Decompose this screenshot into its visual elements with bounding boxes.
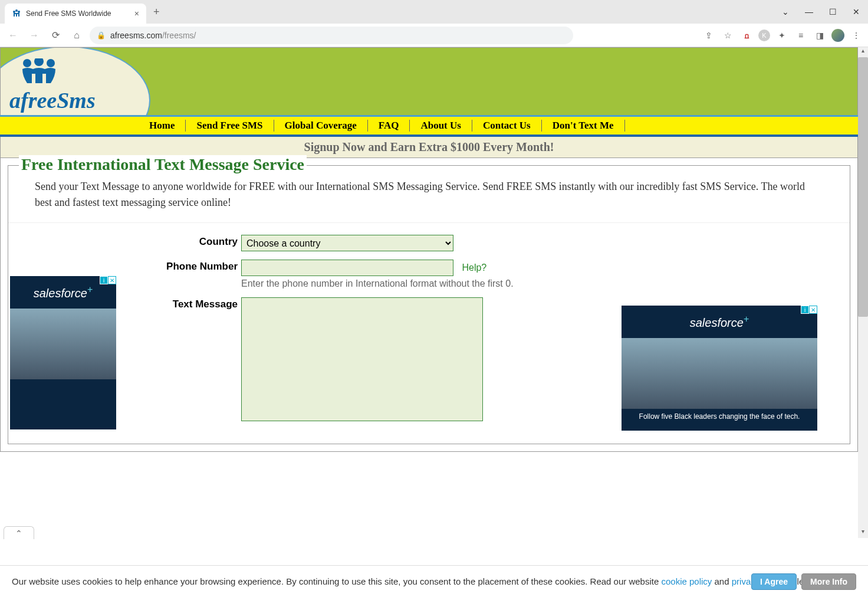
nav-dont-text-me[interactable]: Don't Text Me: [542, 120, 625, 132]
ad-right[interactable]: i ✕ salesforce+ Follow five Black leader…: [622, 306, 817, 431]
extension-icons: ⇪ ☆ ⩍ K ✦ ≡ ◨ ⋮: [702, 28, 863, 42]
tab-favicon-icon: [12, 9, 21, 18]
browser-tab[interactable]: Send Free SMS Worldwide ×: [5, 4, 146, 24]
ad-left-image: [10, 309, 116, 379]
reading-list-icon[interactable]: ≡: [794, 28, 808, 42]
svg-point-1: [15, 9, 18, 12]
sms-form: Country Choose a country Phone Number He…: [8, 223, 850, 444]
site-logo[interactable]: afreeSms: [9, 58, 96, 113]
browser-menu-icon[interactable]: ⋮: [849, 28, 863, 42]
expand-tab[interactable]: ⌃: [4, 526, 34, 538]
k-extension-icon[interactable]: K: [758, 29, 770, 41]
tab-title: Send Free SMS Worldwide: [26, 9, 130, 18]
ad-right-brand: salesforce+: [622, 306, 817, 338]
logo-text-sms: Sms: [57, 88, 95, 113]
maximize-icon[interactable]: ☐: [821, 3, 844, 21]
phone-input[interactable]: [241, 260, 453, 276]
ad-close-icon[interactable]: ✕: [108, 276, 116, 284]
chevron-down-icon[interactable]: ⌄: [774, 3, 797, 21]
nav-send-free-sms[interactable]: Send Free SMS: [186, 120, 274, 132]
svg-point-0: [13, 11, 15, 13]
minimize-icon[interactable]: —: [797, 3, 821, 21]
profile-avatar-icon[interactable]: [831, 29, 844, 42]
ad-right-tagline: Follow five Black leaders changing the f…: [622, 409, 817, 424]
ad-close-icon[interactable]: ✕: [809, 306, 817, 314]
scrollbar-thumb[interactable]: [858, 57, 868, 317]
logo-text-a: a: [9, 88, 21, 113]
phone-hint: Enter the phone number in International …: [241, 278, 514, 289]
nav-about-us[interactable]: About Us: [410, 120, 472, 132]
ad-left[interactable]: i ✕ salesforce+: [10, 276, 116, 429]
svg-point-4: [34, 58, 44, 66]
forward-icon[interactable]: →: [26, 27, 42, 44]
mcafee-icon[interactable]: ⩍: [739, 28, 754, 42]
side-panel-icon[interactable]: ◨: [813, 28, 827, 42]
new-tab-button[interactable]: +: [153, 6, 160, 18]
svg-point-2: [18, 11, 20, 13]
nav-menu: Home Send Free SMS Global Coverage FAQ A…: [139, 117, 858, 135]
tab-close-icon[interactable]: ×: [134, 9, 139, 18]
ad-info-icon[interactable]: i: [801, 306, 809, 314]
page-title: Free International Text Message Service: [19, 155, 307, 174]
country-label: Country: [8, 235, 241, 248]
scroll-up-icon[interactable]: ▴: [858, 47, 868, 57]
ad-right-image: [622, 338, 817, 409]
scrollbar[interactable]: ▴ ▾: [858, 47, 868, 538]
extensions-icon[interactable]: ✦: [775, 28, 789, 42]
browser-chrome: Send Free SMS Worldwide × + ⌄ — ☐ ✕ ← → …: [0, 0, 868, 47]
scroll-down-icon[interactable]: ▾: [858, 528, 868, 538]
home-icon[interactable]: ⌂: [68, 27, 85, 44]
site-header: afreeSms: [0, 47, 858, 115]
nav-menu-wrapper: Home Send Free SMS Global Coverage FAQ A…: [0, 115, 858, 137]
logo-people-icon: [9, 58, 68, 85]
share-icon[interactable]: ⇪: [702, 28, 716, 42]
close-window-icon[interactable]: ✕: [844, 3, 868, 21]
url-text: afreesms.com/freesms/: [110, 31, 196, 40]
ad-info-icon[interactable]: i: [100, 276, 108, 284]
message-textarea[interactable]: [241, 297, 483, 421]
phone-label: Phone Number: [8, 260, 241, 273]
nav-faq[interactable]: FAQ: [368, 120, 410, 132]
bookmark-icon[interactable]: ☆: [721, 28, 735, 42]
intro-text: Send your Text Message to anyone worldwi…: [8, 179, 850, 223]
page-viewport: afreeSms Home Send Free SMS Global Cover…: [0, 47, 868, 538]
title-bar: Send Free SMS Worldwide × + ⌄ — ☐ ✕: [0, 0, 868, 24]
svg-point-5: [47, 59, 55, 67]
country-select[interactable]: Choose a country: [241, 235, 453, 251]
reload-icon[interactable]: ⟳: [47, 27, 64, 44]
back-icon[interactable]: ←: [5, 27, 21, 44]
main-content: Free International Text Message Service …: [8, 165, 850, 444]
svg-point-3: [23, 59, 31, 67]
nav-contact-us[interactable]: Contact Us: [472, 120, 542, 132]
address-bar[interactable]: 🔒 afreesms.com/freesms/: [90, 27, 573, 44]
browser-nav-bar: ← → ⟳ ⌂ 🔒 afreesms.com/freesms/ ⇪ ☆ ⩍ K …: [0, 24, 868, 47]
nav-global-coverage[interactable]: Global Coverage: [274, 120, 368, 132]
nav-home[interactable]: Home: [139, 120, 186, 132]
phone-help-link[interactable]: Help?: [462, 263, 486, 273]
logo-text-free: free: [21, 88, 57, 113]
window-controls: ⌄ — ☐ ✕: [774, 3, 868, 21]
lock-icon: 🔒: [97, 31, 106, 40]
chevron-up-icon: ⌃: [15, 529, 22, 538]
